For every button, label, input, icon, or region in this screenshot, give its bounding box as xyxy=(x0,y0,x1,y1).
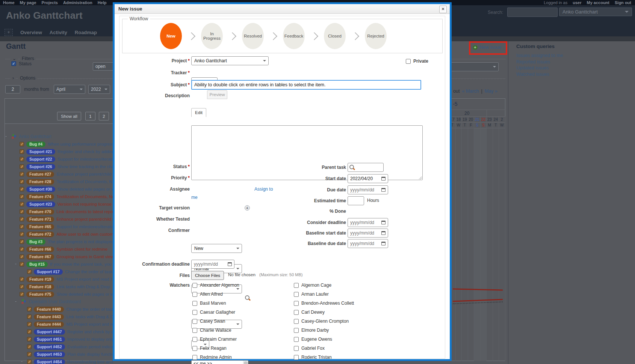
calendar-icon[interactable] xyxy=(381,231,386,235)
issue-link[interactable]: Support for milestones/iteration xyxy=(57,157,117,161)
custom-query-link[interactable]: Updated issues xyxy=(516,65,563,71)
watcher-checkbox[interactable] xyxy=(192,301,197,306)
subject-input[interactable]: Ability to double click on entire rows i… xyxy=(191,80,421,90)
issue-link[interactable]: Show time tracking in the chang xyxy=(57,164,119,169)
calendar-icon[interactable] xyxy=(381,177,386,180)
assign-to-link[interactable]: Assign to xyxy=(254,187,273,192)
issue-link[interactable]: MS Project export and read f xyxy=(56,277,111,281)
watcher-checkbox[interactable] xyxy=(192,328,197,333)
issue-link[interactable]: Openalm User Dashboard xyxy=(29,299,81,304)
issue-link[interactable]: Change the order of tasks xyxy=(66,307,116,311)
zoom-out-link[interactable]: out xyxy=(453,89,460,94)
menu-home[interactable]: Home xyxy=(3,0,15,5)
issue-link[interactable]: If you move the parent task, you wa xyxy=(50,262,118,266)
issue-link[interactable]: Reconstructing tree and xyxy=(67,359,113,364)
issue-link[interactable]: Enhance project parent/child rel xyxy=(56,172,117,176)
close-icon[interactable]: × xyxy=(439,6,447,13)
scrollbar-thumb[interactable] xyxy=(244,361,248,364)
confirmation-deadline-input[interactable]: yyyy/mm/dd xyxy=(191,260,234,269)
project-select[interactable]: Anko Ganttchart xyxy=(191,56,269,65)
add-filter-select[interactable] xyxy=(451,62,499,71)
issue-link[interactable]: The plan progress is not displayed an xyxy=(48,239,119,244)
tab-overview[interactable]: Overview xyxy=(20,30,42,35)
months-count-input[interactable]: 2 xyxy=(5,85,20,93)
watcher-checkbox[interactable] xyxy=(294,346,299,351)
issue-link[interactable]: Register and check by add xyxy=(67,329,118,334)
issue-link[interactable]: Textilization of Documents, New xyxy=(56,179,118,184)
issue-link[interactable]: Enhance project parent/child rel xyxy=(56,217,117,221)
watcher-checkbox[interactable] xyxy=(294,328,299,333)
issue-link[interactable]: Support for milestones/iterations xyxy=(56,224,118,229)
calendar-icon[interactable] xyxy=(381,188,386,192)
issue-link[interactable]: MS Project export and rea xyxy=(66,322,116,326)
page-1-button[interactable]: 1 xyxy=(85,112,95,120)
tab-add[interactable]: + xyxy=(5,29,13,36)
issue-link[interactable]: Link tasks with Drag & Dro xyxy=(66,314,117,319)
menu-administration[interactable]: Administration xyxy=(63,0,92,5)
issue-link[interactable]: Change the order of tasks b xyxy=(65,269,118,274)
start-date-input[interactable]: 2022/04/20 xyxy=(348,174,388,183)
issue-link[interactable]: Grouping issues in Gantt view xyxy=(56,254,114,259)
watcher-checkbox[interactable] xyxy=(294,310,299,315)
watcher-checkbox[interactable] xyxy=(294,319,299,324)
issue-link[interactable]: Show deleted wiki pages or wiki xyxy=(57,187,118,191)
consider-deadline-input[interactable]: yyyy/mm/dd xyxy=(348,218,388,227)
choose-files-button[interactable]: Choose Files xyxy=(191,271,224,280)
options-toggle[interactable]: › Options xyxy=(11,75,37,81)
calendar-icon[interactable] xyxy=(381,242,386,245)
my-account-link[interactable]: My account xyxy=(587,0,609,5)
search-input[interactable] xyxy=(507,8,558,17)
issue-link[interactable]: Version not requiring license key xyxy=(57,202,120,206)
watcher-checkbox[interactable] xyxy=(192,346,197,351)
tab-activity[interactable]: Activity xyxy=(50,30,67,35)
baseline-due-date-input[interactable]: yyyy/mm/dd xyxy=(348,239,388,248)
baseline-start-date-input[interactable]: yyyy/mm/dd xyxy=(348,229,388,238)
collapse-toggle[interactable]: - xyxy=(21,359,23,364)
status-filter-checkbox[interactable]: ✓ xyxy=(11,61,16,66)
year-select[interactable]: 2022 xyxy=(88,85,110,94)
menu-help[interactable]: Help xyxy=(98,0,107,5)
description-textarea[interactable] xyxy=(191,125,423,180)
search-icon[interactable] xyxy=(245,295,251,301)
description-preview-tab[interactable]: Preview xyxy=(207,90,227,99)
watcher-checkbox[interactable] xyxy=(192,292,197,297)
calendar-icon[interactable] xyxy=(228,262,232,266)
issue-link[interactable]: Improved to display only w xyxy=(67,337,118,341)
watcher-checkbox[interactable] xyxy=(294,301,299,306)
custom-query-link[interactable]: Issues assigned to me xyxy=(516,53,563,59)
calendar-icon[interactable] xyxy=(381,221,386,224)
page-2-button[interactable]: 2 xyxy=(99,112,109,120)
issue-link[interactable]: Link tasks with Drag & Drop xyxy=(56,284,110,289)
add-version-icon[interactable]: + xyxy=(245,205,250,211)
next-month-link[interactable]: May » xyxy=(485,89,497,94)
tab-roadmap[interactable]: Roadmap xyxy=(75,30,97,35)
parent-task-input[interactable] xyxy=(348,163,384,172)
description-edit-tab[interactable]: Edit xyxy=(191,108,206,117)
issue-link[interactable]: Textilization of Documents, New xyxy=(56,194,118,199)
issue-link[interactable]: Plan date display function xyxy=(67,352,116,356)
custom-query-link[interactable]: Reported issues xyxy=(516,59,563,65)
menu-my-page[interactable]: My page xyxy=(20,0,36,5)
watcher-checkbox[interactable] xyxy=(192,283,197,288)
watcher-checkbox[interactable] xyxy=(294,355,299,360)
private-checkbox[interactable] xyxy=(406,59,411,64)
issue-link[interactable]: Register and check by adding th xyxy=(57,149,119,154)
issue-link[interactable]: Symbian client for redmine xyxy=(56,247,107,251)
collapse-toggle[interactable]: - xyxy=(15,299,17,304)
issue-link[interactable]: Anko Ganttchart xyxy=(19,134,51,139)
assign-to-me-link[interactable]: me xyxy=(191,195,198,200)
collapse-toggle[interactable]: - xyxy=(5,134,7,139)
sign-out-link[interactable]: Sign out xyxy=(615,0,631,5)
watcher-checkbox[interactable] xyxy=(294,337,299,342)
status-select[interactable]: New xyxy=(191,244,242,253)
watcher-checkbox[interactable] xyxy=(192,337,197,342)
estimated-time-input[interactable] xyxy=(348,196,364,205)
prev-month-link[interactable]: « March xyxy=(462,89,479,94)
month-select[interactable]: April xyxy=(54,85,85,94)
menu-projects[interactable]: Projects xyxy=(42,0,58,5)
watcher-checkbox[interactable] xyxy=(192,355,197,360)
show-all-button[interactable]: Show all xyxy=(57,112,81,120)
issue-link[interactable]: When using performance progress (fl xyxy=(48,142,119,146)
custom-query-link[interactable]: Watched issues xyxy=(516,71,563,78)
watcher-checkbox[interactable] xyxy=(192,310,197,315)
